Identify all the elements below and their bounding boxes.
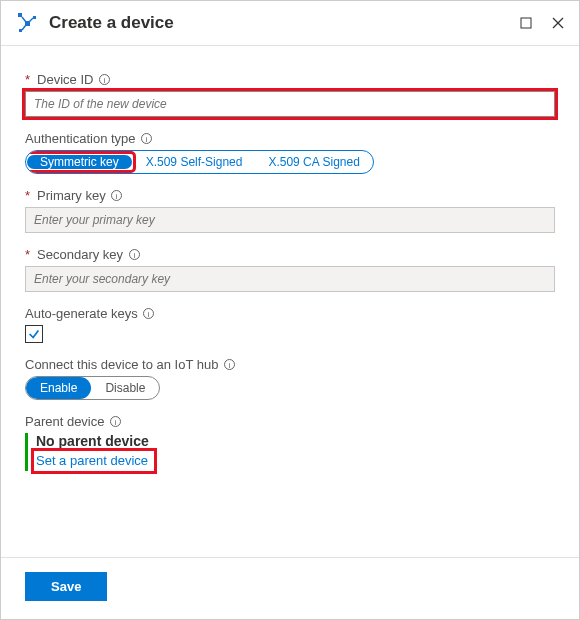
auth-option-symmetric[interactable]: Symmetric key [27, 155, 132, 169]
dialog-title: Create a device [49, 13, 519, 33]
device-logo-icon [15, 11, 39, 35]
iot-hub-disable[interactable]: Disable [91, 377, 159, 399]
auth-type-label: Authentication type [25, 131, 136, 146]
auto-generate-checkbox[interactable] [25, 325, 43, 343]
iot-hub-field: Connect this device to an IoT hub i Enab… [25, 357, 555, 400]
secondary-key-input[interactable] [25, 266, 555, 292]
auth-type-field: Authentication type i Symmetric key X.50… [25, 131, 555, 174]
auth-type-options: Symmetric key X.509 Self-Signed X.509 CA… [25, 150, 374, 174]
parent-device-field: Parent device i No parent device Set a p… [25, 414, 555, 471]
svg-text:i: i [116, 192, 118, 201]
parent-device-status: No parent device [36, 433, 555, 449]
required-marker: * [25, 188, 30, 203]
info-icon[interactable]: i [223, 359, 235, 371]
svg-text:i: i [115, 418, 117, 427]
svg-line-4 [22, 17, 26, 22]
maximize-icon[interactable] [519, 16, 533, 30]
device-id-input[interactable] [25, 91, 555, 117]
auto-generate-field: Auto-generate keys i [25, 306, 555, 343]
parent-device-status-block: No parent device Set a parent device [25, 433, 555, 471]
dialog-footer: Save [1, 557, 579, 619]
auth-option-x509-self[interactable]: X.509 Self-Signed [133, 151, 256, 173]
auth-option-x509-ca[interactable]: X.509 CA Signed [255, 151, 372, 173]
set-parent-device-link[interactable]: Set a parent device [34, 451, 154, 471]
parent-device-label: Parent device [25, 414, 105, 429]
required-marker: * [25, 247, 30, 262]
svg-text:i: i [148, 310, 150, 319]
svg-line-6 [22, 25, 26, 30]
required-marker: * [25, 72, 30, 87]
iot-hub-label: Connect this device to an IoT hub [25, 357, 218, 372]
auto-generate-label: Auto-generate keys [25, 306, 138, 321]
svg-line-5 [29, 18, 33, 22]
primary-key-field: * Primary key i [25, 188, 555, 233]
info-icon[interactable]: i [143, 308, 155, 320]
close-icon[interactable] [551, 16, 565, 30]
info-icon[interactable]: i [110, 416, 122, 428]
iot-hub-toggle: Enable Disable [25, 376, 160, 400]
secondary-key-label: Secondary key [37, 247, 123, 262]
secondary-key-field: * Secondary key i [25, 247, 555, 292]
svg-rect-1 [18, 13, 22, 17]
device-id-field: * Device ID i [25, 72, 555, 117]
svg-text:i: i [104, 76, 106, 85]
iot-hub-enable[interactable]: Enable [26, 377, 91, 399]
info-icon[interactable]: i [111, 190, 123, 202]
svg-text:i: i [146, 135, 148, 144]
primary-key-label: Primary key [37, 188, 106, 203]
device-id-label: Device ID [37, 72, 93, 87]
dialog-header: Create a device [1, 1, 579, 46]
info-icon[interactable]: i [98, 74, 110, 86]
svg-text:i: i [229, 361, 231, 370]
svg-text:i: i [133, 251, 135, 260]
auth-option-highlight: Symmetric key [26, 154, 133, 170]
form-content: * Device ID i Authentication type i Symm… [1, 46, 579, 557]
primary-key-input[interactable] [25, 207, 555, 233]
info-icon[interactable]: i [141, 133, 153, 145]
save-button[interactable]: Save [25, 572, 107, 601]
info-icon[interactable]: i [128, 249, 140, 261]
svg-rect-7 [521, 18, 531, 28]
